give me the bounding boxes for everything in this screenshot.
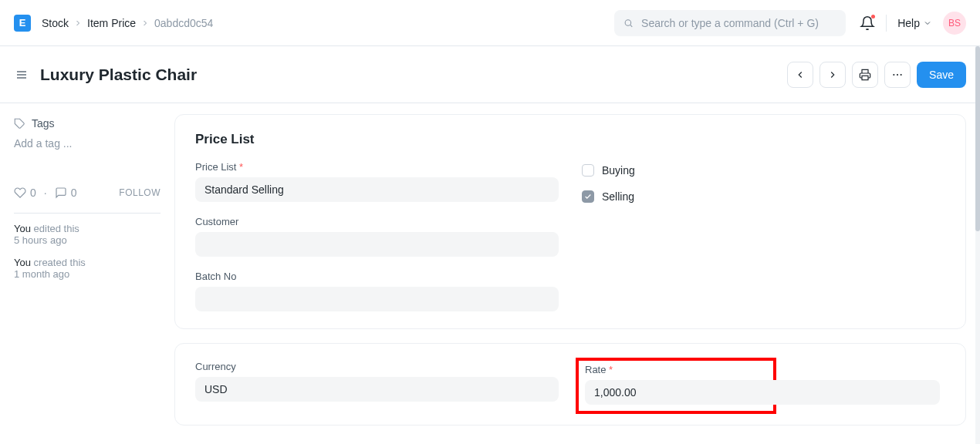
left-column: Currency (195, 361, 559, 408)
user-avatar[interactable]: BS (943, 12, 966, 35)
breadcrumb-item-price[interactable]: Item Price (87, 17, 136, 29)
page-title: Luxury Plastic Chair (40, 66, 197, 84)
svg-point-6 (893, 73, 894, 75)
title-actions: Save (787, 62, 966, 88)
global-search[interactable] (614, 10, 846, 36)
dot-separator: · (44, 187, 47, 199)
svg-point-7 (897, 73, 898, 75)
add-tag[interactable]: Add a tag ... (14, 137, 161, 150)
tag-icon (14, 118, 25, 130)
field-label: Customer (195, 216, 559, 227)
sidebar: Tags Add a tag ... 0 · 0 FOLLOW You edit… (0, 103, 174, 444)
svg-point-8 (901, 73, 902, 75)
save-button[interactable]: Save (917, 62, 966, 88)
activity-who: You (14, 257, 31, 268)
currency-field: Currency (195, 361, 559, 402)
checkbox-checked-icon (582, 190, 594, 203)
selling-checkbox-row[interactable]: Selling (582, 189, 945, 204)
likes[interactable]: 0 (14, 187, 36, 199)
main-content: Price List Price List * Customer Batch N… (174, 103, 980, 444)
breadcrumb: Stock Item Price 0abdcd0c54 (42, 17, 213, 29)
activity-who: You (14, 223, 31, 234)
notification-dot (871, 15, 875, 18)
selling-label: Selling (602, 190, 634, 203)
chevron-left-icon (795, 69, 806, 80)
right-column: Rate * (582, 361, 945, 408)
printer-icon (859, 69, 871, 81)
chevron-right-icon (827, 69, 838, 80)
chevron-down-icon (923, 18, 932, 28)
activity-when: 5 hours ago (14, 234, 67, 246)
activity-entry: You created this 1 month ago (14, 257, 161, 280)
body: Tags Add a tag ... 0 · 0 FOLLOW You edit… (0, 103, 980, 444)
section-title: Price List (195, 132, 945, 147)
divider (14, 213, 161, 214)
title-bar: Luxury Plastic Chair Save (0, 46, 980, 103)
help-label: Help (897, 17, 920, 29)
left-column: Price List * Customer Batch No (195, 161, 559, 311)
comments[interactable]: 0 (55, 187, 77, 199)
field-label: Currency (195, 361, 559, 372)
search-input[interactable] (641, 17, 836, 29)
field-label: Price List * (195, 161, 559, 173)
divider (886, 15, 887, 32)
topbar: E Stock Item Price 0abdcd0c54 Help BS (0, 0, 980, 46)
notifications-button[interactable] (860, 15, 875, 31)
help-menu[interactable]: Help (897, 17, 932, 29)
field-label: Batch No (195, 271, 559, 282)
more-actions-button[interactable] (884, 62, 911, 88)
batch-no-input[interactable] (195, 287, 559, 311)
customer-input[interactable] (195, 232, 559, 257)
svg-point-0 (625, 19, 630, 25)
buying-label: Buying (602, 164, 635, 177)
comment-icon (55, 187, 67, 199)
buying-checkbox-row[interactable]: Buying (582, 163, 945, 178)
dots-horizontal-icon (891, 69, 904, 81)
currency-input[interactable] (195, 377, 559, 402)
batch-no-field: Batch No (195, 271, 559, 311)
tags-header: Tags (14, 117, 161, 130)
activity-entry: You edited this 5 hours ago (14, 223, 161, 246)
checkbox-unchecked-icon (582, 164, 594, 177)
likes-count: 0 (30, 187, 36, 199)
app-logo[interactable]: E (14, 15, 31, 32)
right-column: Buying Selling (582, 161, 945, 311)
chevron-right-icon (73, 18, 83, 28)
svg-rect-5 (862, 76, 868, 79)
search-icon (623, 18, 634, 29)
sidebar-toggle[interactable] (14, 69, 29, 81)
engagement-row: 0 · 0 FOLLOW (14, 187, 161, 199)
next-button[interactable] (819, 62, 846, 88)
comments-count: 0 (71, 187, 77, 199)
prev-button[interactable] (787, 62, 813, 88)
activity-when: 1 month ago (14, 268, 69, 280)
rate-field: Rate * (585, 364, 767, 405)
menu-icon (14, 69, 29, 81)
print-button[interactable] (852, 62, 878, 88)
activity-action: created this (34, 257, 86, 268)
field-label: Rate * (585, 364, 767, 375)
customer-field: Customer (195, 216, 559, 257)
follow-button[interactable]: FOLLOW (119, 187, 161, 198)
price-list-card: Price List Price List * Customer Batch N… (174, 114, 966, 329)
scrollbar-thumb[interactable] (975, 46, 980, 231)
tags-label: Tags (32, 117, 55, 130)
rate-input[interactable] (585, 380, 940, 405)
price-list-field: Price List * (195, 161, 559, 202)
price-list-input[interactable] (195, 177, 559, 202)
chevron-right-icon (140, 18, 150, 28)
svg-line-1 (630, 25, 632, 26)
currency-rate-card: Currency Rate * (174, 343, 966, 426)
heart-icon (14, 187, 26, 199)
breadcrumb-current: 0abdcd0c54 (154, 17, 213, 29)
activity-action: edited this (34, 223, 79, 234)
breadcrumb-stock[interactable]: Stock (42, 17, 69, 29)
rate-highlight: Rate * (576, 358, 776, 414)
